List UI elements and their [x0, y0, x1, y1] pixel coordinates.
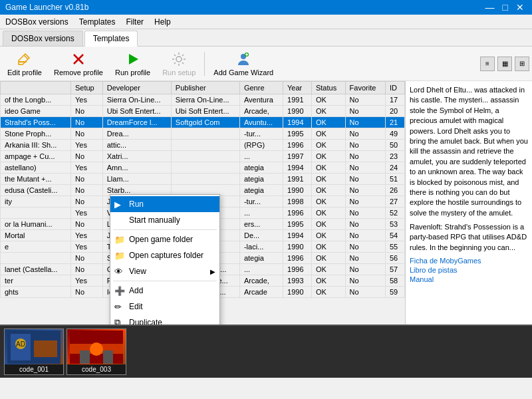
cell-favorite: No	[345, 275, 385, 287]
cell-id: 56	[386, 253, 405, 264]
run-profile-label: Run profile	[115, 68, 150, 76]
col-name[interactable]	[1, 82, 71, 94]
context-menu-item[interactable]: 📁Open game folder	[110, 231, 219, 247]
cell-year: 1995	[283, 219, 312, 230]
cell-publisher: Softgold Com	[171, 117, 239, 128]
cell-favorite: No	[345, 219, 385, 230]
thumbnail-1-label: code_001	[5, 364, 63, 374]
view-list-button[interactable]: ≡	[480, 57, 495, 71]
cell-favorite: No	[345, 151, 385, 162]
run-profile-button[interactable]: Run profile	[110, 49, 155, 79]
cell-id: 49	[386, 128, 405, 140]
thumbnail-1[interactable]: AD code_001	[4, 329, 64, 375]
cell-name: ampage + Cu...	[1, 151, 71, 162]
hints-link[interactable]: Libro de pistas	[410, 266, 528, 274]
col-id[interactable]: ID	[386, 82, 405, 94]
cell-setup: No	[70, 151, 102, 162]
cell-id: 20	[386, 106, 405, 117]
context-menu-item[interactable]: ✏Edit	[110, 299, 219, 315]
col-year[interactable]: Year	[283, 82, 312, 94]
table-row[interactable]: Strahd's Poss... No DreamForce l... Soft…	[1, 117, 405, 128]
cell-genre: ...	[239, 207, 283, 219]
col-setup[interactable]: Setup	[70, 82, 102, 94]
cell-year: 1993	[283, 275, 312, 287]
cell-publisher	[171, 162, 239, 174]
cell-status: OK	[311, 207, 345, 219]
col-genre[interactable]: Genre	[239, 82, 283, 94]
col-favorite[interactable]: Favorite	[345, 82, 385, 94]
table-container[interactable]: Setup Developer Publisher Genre Year Sta…	[0, 81, 406, 325]
context-menu-item[interactable]: Start manually	[110, 212, 219, 228]
manual-link[interactable]: Manual	[410, 275, 528, 283]
table-row[interactable]: ampage + Cu... No Xatri... ... 1997 OK N…	[1, 151, 405, 162]
context-menu-item[interactable]: ⧉Duplicate	[110, 315, 219, 325]
remove-profile-label: Remove profile	[54, 68, 103, 76]
cell-id: 17	[386, 94, 405, 106]
tab-templates[interactable]: Templates	[84, 31, 138, 47]
cell-genre: Arcade	[239, 287, 283, 298]
cell-developer: DreamForce l...	[102, 117, 171, 128]
menu-templates[interactable]: Templates	[74, 16, 121, 28]
cell-name: Arkania III: Sh...	[1, 140, 71, 151]
cell-name: Mortal	[1, 230, 71, 241]
cell-publisher	[171, 128, 239, 140]
minimize-button[interactable]: —	[483, 3, 497, 12]
cell-year: 1996	[283, 140, 312, 151]
cell-publisher	[171, 151, 239, 162]
table-row[interactable]: of the Longb... Yes Sierra On-Line... Si…	[1, 94, 405, 106]
menu-help[interactable]: Help	[149, 16, 176, 28]
maximize-button[interactable]: □	[500, 3, 511, 12]
cell-year: 1990	[283, 185, 312, 196]
cell-developer: attic...	[102, 140, 171, 151]
context-menu-item[interactable]: ➕Add	[110, 283, 219, 299]
table-row[interactable]: the Mutant +... No Llam... ategia 1991 O…	[1, 174, 405, 185]
thumbnail-2-image	[67, 329, 126, 364]
menu-dosbox[interactable]: DOSBox versions	[0, 16, 74, 28]
game-description-2: Ravenloft: Strahd's Possession is a part…	[410, 222, 528, 253]
moby-games-link[interactable]: Ficha de MobyGames	[410, 257, 528, 265]
table-row[interactable]: Arkania III: Sh... Yes attic... (RPG) 19…	[1, 140, 405, 151]
table-row[interactable]: ideo Game No Ubi Soft Entert... Ubi Soft…	[1, 106, 405, 117]
table-row[interactable]: astellano) Yes Amn... ategia 1994 OK No …	[1, 162, 405, 174]
cell-developer: Amn...	[102, 162, 171, 174]
thumbnail-2[interactable]: code_003	[66, 329, 126, 375]
menu-filter[interactable]: Filter	[120, 16, 149, 28]
cell-name: Stone Proph...	[1, 128, 71, 140]
edit-profile-button[interactable]: Edit profile	[3, 49, 47, 79]
remove-profile-button[interactable]: Remove profile	[49, 49, 108, 79]
cell-status: OK	[311, 241, 345, 253]
cell-status: OK	[311, 106, 345, 117]
cell-name: or la Humani...	[1, 219, 71, 230]
view-tiles-button[interactable]: ⊞	[515, 57, 529, 71]
cell-id: 53	[386, 219, 405, 230]
tab-dosbox[interactable]: DOSBox versions	[3, 31, 83, 46]
context-menu-item[interactable]: 👁View	[110, 263, 219, 279]
cell-year: 1994	[283, 230, 312, 241]
run-setup-button[interactable]: Run setup	[158, 49, 200, 79]
context-menu-item[interactable]: ▶Run	[110, 196, 219, 212]
cell-favorite: No	[345, 287, 385, 298]
cell-name: edusa (Casteli...	[1, 185, 71, 196]
cell-status: OK	[311, 174, 345, 185]
col-developer[interactable]: Developer	[102, 82, 171, 94]
add-wizard-button[interactable]: Add Game Wizard	[209, 49, 278, 79]
cell-status: OK	[311, 162, 345, 174]
cell-genre: ategia	[239, 174, 283, 185]
table-row[interactable]: Stone Proph... No Drea... -tur... 1995 O…	[1, 128, 405, 140]
view-details-button[interactable]: ▦	[497, 57, 512, 71]
cell-genre: ...	[239, 151, 283, 162]
cell-genre: ategia	[239, 253, 283, 264]
cell-name: ghts	[1, 287, 71, 298]
cell-developer: Xatri...	[102, 151, 171, 162]
toolbar-right: ≡ ▦ ⊞	[480, 57, 529, 71]
cell-setup: No	[70, 106, 102, 117]
col-status[interactable]: Status	[311, 82, 345, 94]
cell-favorite: No	[345, 94, 385, 106]
context-menu-item[interactable]: 📁Open captures folder	[110, 247, 219, 263]
cell-name: ity	[1, 196, 71, 207]
cell-name: e	[1, 241, 71, 253]
close-button[interactable]: ✕	[513, 3, 527, 12]
ctx-item-icon: 👁	[114, 267, 123, 277]
col-publisher[interactable]: Publisher	[171, 82, 239, 94]
app-title: Game Launcher v0.81b	[5, 3, 88, 12]
